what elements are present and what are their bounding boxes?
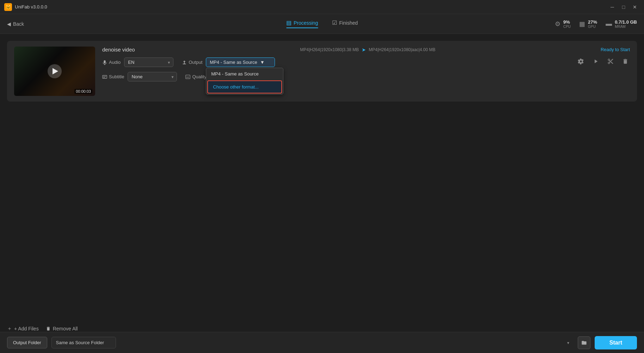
subtitle-control-group: Subtitle None Auto EN ▼	[102, 72, 177, 81]
audio-select[interactable]: EN Auto None	[124, 57, 173, 67]
video-card: 00:00:03 denoise video MP4|H264|1920x108…	[7, 41, 637, 102]
output-folder-button[interactable]: Output Folder	[7, 337, 47, 348]
subtitle-label-text: Subtitle	[109, 74, 124, 79]
source-info: MP4|H264|1920x1080|3.38 MB	[300, 47, 359, 52]
processing-tab-icon: ▤	[286, 19, 292, 26]
gpu-stat: ▦ 27% GPU	[579, 19, 597, 29]
folder-select-wrapper: Same as Source Folder ▼	[51, 337, 574, 348]
sys-stats: ⚙ 9% CPU ▦ 27% GPU ▬ 0.7/1.0 GB MRAM	[555, 19, 637, 29]
video-info: denoise video MP4|H264|1920x1080|3.38 MB…	[102, 47, 630, 81]
add-files-icon: ＋	[7, 325, 12, 332]
minimize-button[interactable]: ─	[607, 2, 617, 12]
output-dropdown-menu: MP4 - Same as Source Choose other format…	[206, 68, 283, 95]
footer: Output Folder Same as Source Folder ▼ St…	[0, 332, 644, 353]
video-title-row: denoise video MP4|H264|1920x1080|3.38 MB…	[102, 47, 630, 53]
video-thumbnail: 00:00:03	[14, 47, 95, 96]
gpu-icon: ▦	[579, 20, 585, 28]
gpu-value: 27%	[588, 19, 597, 25]
dropdown-item-mp4-same[interactable]: MP4 - Same as Source	[206, 68, 283, 80]
folder-browse-button[interactable]	[578, 336, 590, 349]
app-icon: 🐱	[4, 3, 12, 11]
output-icon	[182, 60, 187, 65]
bottom-toolbar: ＋ + Add Files Remove All	[0, 325, 644, 332]
tab-finished[interactable]: ☑ Finished	[332, 19, 358, 28]
cpu-icon: ⚙	[555, 20, 560, 28]
video-meta: MP4|H264|1920x1080|3.38 MB ➤ MP4|H264|19…	[300, 47, 435, 53]
main-content: 00:00:03 denoise video MP4|H264|1920x108…	[0, 34, 644, 304]
title-bar-left: 🐱 UniFab v3.0.0.0	[4, 3, 47, 11]
svg-text:HD: HD	[186, 76, 189, 78]
gpu-label: GPU	[588, 25, 597, 29]
cut-icon-button[interactable]	[606, 57, 615, 68]
dest-info: MP4|H264|1920x1080|aac|4.00 MB	[369, 47, 435, 52]
scissors-icon	[607, 58, 614, 65]
controls-row-1: Audio EN Auto None ▼ Ou	[102, 57, 630, 68]
output-control-group: Output MP4 - Same as Source ▼ MP4 - Same…	[182, 57, 275, 67]
cpu-label: CPU	[563, 25, 571, 29]
app-title: UniFab v3.0.0.0	[15, 4, 47, 10]
maximize-button[interactable]: □	[619, 2, 628, 12]
start-button[interactable]: Start	[595, 336, 637, 349]
quality-control-group: HD Quality	[185, 74, 206, 79]
output-select-value: MP4 - Same as Source	[210, 60, 257, 65]
trash-icon	[622, 58, 628, 65]
title-bar: 🐱 UniFab v3.0.0.0 ─ □ ✕	[0, 0, 644, 14]
folder-icon	[581, 340, 587, 346]
audio-control-group: Audio EN Auto None ▼	[102, 57, 173, 67]
cpu-stat: ⚙ 9% CPU	[555, 19, 571, 29]
title-bar-controls: ─ □ ✕	[607, 2, 640, 12]
remove-all-button[interactable]: Remove All	[46, 326, 78, 331]
audio-label-text: Audio	[109, 60, 121, 65]
mram-value: 0.7/1.0 GB	[615, 19, 637, 25]
subtitle-select[interactable]: None Auto EN	[128, 72, 177, 81]
microphone-icon	[102, 60, 107, 65]
play-button-overlay[interactable]	[48, 64, 62, 78]
mram-label: MRAM	[615, 25, 637, 29]
dropdown-item-choose-format[interactable]: Choose other format...	[207, 80, 282, 93]
folder-path-select[interactable]: Same as Source Folder	[51, 337, 116, 348]
play-triangle-icon	[53, 68, 58, 74]
close-button[interactable]: ✕	[630, 2, 640, 12]
audio-label: Audio	[102, 60, 121, 65]
processing-tab-label: Processing	[294, 20, 318, 26]
folder-select-arrow: ▼	[566, 341, 570, 345]
finished-tab-icon: ☑	[332, 19, 337, 26]
output-label: Output	[182, 60, 202, 65]
action-icons	[576, 57, 630, 68]
finished-tab-label: Finished	[339, 20, 358, 26]
output-select-button[interactable]: MP4 - Same as Source ▼	[206, 57, 275, 67]
top-nav: ◀ Back ▤ Processing ☑ Finished ⚙ 9% CPU …	[0, 14, 644, 34]
remove-all-label: Remove All	[53, 326, 78, 331]
output-select-arrow: ▼	[260, 60, 265, 65]
preview-icon-button[interactable]	[591, 57, 600, 68]
delete-icon-button[interactable]	[621, 57, 630, 68]
settings-icon-button[interactable]	[576, 57, 585, 68]
controls-row-2: Subtitle None Auto EN ▼ HD	[102, 72, 630, 81]
preview-icon	[593, 58, 599, 65]
video-duration: 00:00:03	[74, 89, 92, 94]
tab-processing[interactable]: ▤ Processing	[286, 19, 318, 28]
add-files-label: + Add Files	[14, 326, 39, 331]
ready-status: Ready to Start	[601, 47, 630, 52]
subtitle-select-wrapper: None Auto EN ▼	[128, 72, 177, 81]
video-name: denoise video	[102, 47, 135, 53]
subtitle-label: Subtitle	[102, 74, 124, 79]
audio-select-wrapper: EN Auto None ▼	[124, 57, 173, 67]
quality-label-text: Quality	[192, 74, 206, 79]
subtitle-icon	[102, 74, 107, 79]
quality-label: HD Quality	[185, 74, 206, 79]
cpu-value: 9%	[563, 19, 571, 25]
back-button[interactable]: ◀ Back	[7, 21, 24, 27]
mram-icon: ▬	[606, 20, 612, 28]
settings-icon	[578, 58, 584, 65]
add-files-button[interactable]: ＋ + Add Files	[7, 325, 39, 332]
back-label: Back	[13, 21, 24, 27]
output-dropdown-container: MP4 - Same as Source ▼ MP4 - Same as Sou…	[206, 57, 275, 67]
svg-rect-0	[103, 75, 107, 78]
mram-stat: ▬ 0.7/1.0 GB MRAM	[606, 19, 637, 29]
meta-arrow-icon: ➤	[362, 47, 366, 53]
output-label-text: Output	[189, 60, 202, 65]
remove-all-icon	[46, 326, 51, 331]
quality-icon: HD	[185, 74, 190, 79]
back-arrow-icon: ◀	[7, 21, 11, 27]
